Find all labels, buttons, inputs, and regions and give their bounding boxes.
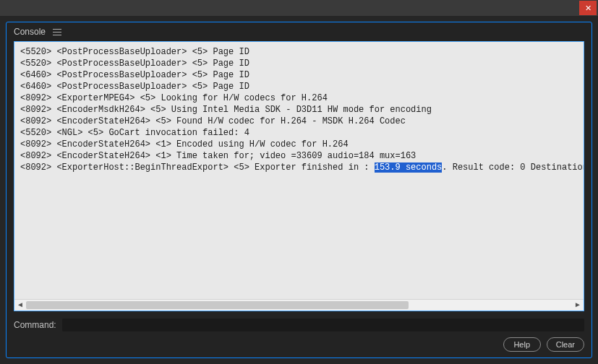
command-row: Command:: [7, 314, 591, 332]
log-line: <8092> <EncoderStateH264> <1> Time taken…: [20, 150, 578, 162]
log-line: <8092> <EncoderStateH264> <1> Encoded us…: [20, 139, 578, 150]
scroll-left-arrow-icon[interactable]: ◄: [14, 300, 26, 311]
log-line: <8092> <EncoderStateH264> <5> Found H/W …: [20, 116, 578, 127]
command-label: Command:: [14, 320, 56, 330]
log-line: <8092> <ExporterMPEG4> <5> Looking for H…: [20, 92, 578, 104]
scrollbar-track[interactable]: [26, 300, 572, 311]
log-line: <5520> <PostProcessBaseUploader> <5> Pag…: [20, 58, 578, 69]
panel-header: Console: [7, 22, 591, 41]
log-text: <8092> <ExporterHost::BeginThreadExport>…: [20, 162, 375, 173]
log-line: <8092> <EncoderMsdkH264> <5> Using Intel…: [20, 104, 578, 116]
scrollbar-thumb[interactable]: [26, 301, 409, 309]
console-panel: Console <5520> <PostProcessBaseUploader>…: [6, 22, 592, 358]
horizontal-scrollbar[interactable]: ◄ ►: [14, 299, 584, 311]
log-line: <5520> <PostProcessBaseUploader> <5> Pag…: [20, 46, 578, 58]
log-text: . Result code: 0 Destination: [442, 162, 584, 173]
log-line: <6460> <PostProcessBaseUploader> <5> Pag…: [20, 81, 578, 92]
scroll-right-arrow-icon[interactable]: ►: [572, 300, 584, 311]
close-button[interactable]: ✕: [579, 1, 597, 15]
clear-button[interactable]: Clear: [547, 337, 584, 352]
button-row: Help Clear: [7, 332, 591, 358]
command-input[interactable]: [62, 318, 584, 332]
log-line: <6460> <PostProcessBaseUploader> <5> Pag…: [20, 69, 578, 81]
log-line: <8092> <ExporterHost::BeginThreadExport>…: [20, 162, 578, 173]
log-line: <5520> <NGL> <5> GoCart invocation faile…: [20, 127, 578, 139]
console-output-frame: <5520> <PostProcessBaseUploader> <5> Pag…: [14, 41, 584, 311]
panel-menu-icon[interactable]: [53, 29, 61, 35]
titlebar: ✕: [0, 0, 598, 16]
console-output[interactable]: <5520> <PostProcessBaseUploader> <5> Pag…: [14, 42, 584, 299]
app-window: ✕ Console <5520> <PostProcessBaseUploade…: [0, 0, 598, 364]
selected-text: 153.9 seconds: [375, 162, 443, 173]
help-button[interactable]: Help: [503, 337, 541, 352]
panel-title: Console: [14, 27, 46, 37]
close-icon: ✕: [585, 4, 591, 12]
